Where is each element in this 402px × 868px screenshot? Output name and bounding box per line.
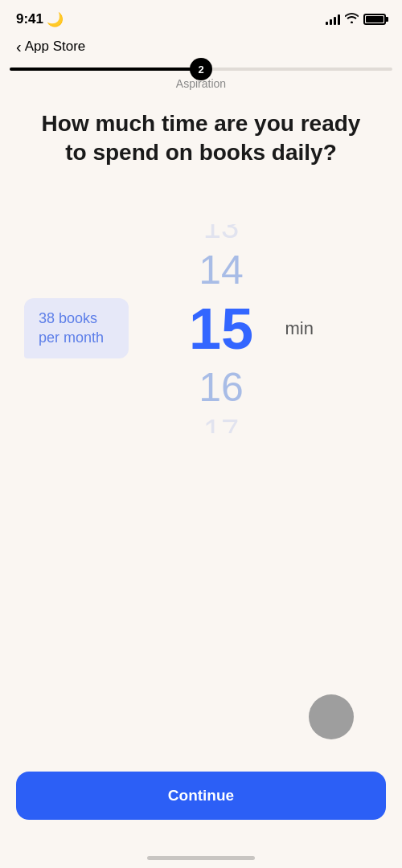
progress-step-dot: 2 xyxy=(190,58,212,80)
continue-button[interactable]: Continue xyxy=(16,772,386,820)
books-badge-text: 38 booksper month xyxy=(39,310,104,345)
picker-wrapper[interactable]: 13 14 15 16 17 min xyxy=(185,224,257,433)
status-icons xyxy=(326,13,386,26)
back-button[interactable]: ‹ App Store xyxy=(16,39,85,55)
number-picker[interactable]: 13 14 15 16 17 xyxy=(185,224,257,433)
progress-bar: 2 xyxy=(0,68,402,71)
progress-step-number: 2 xyxy=(198,63,203,76)
home-indicator xyxy=(147,856,255,860)
continue-label: Continue xyxy=(168,787,234,805)
wifi-icon xyxy=(345,13,359,26)
min-label: min xyxy=(285,318,314,339)
time-label: 9:41 xyxy=(16,11,43,27)
books-badge: 38 booksper month xyxy=(24,298,129,358)
status-bar: 9:41 🌙 xyxy=(0,0,402,35)
back-label: App Store xyxy=(25,39,86,55)
picker-number-15: 15 xyxy=(185,294,257,363)
back-chevron-icon: ‹ xyxy=(16,39,22,55)
signal-icon xyxy=(326,14,340,25)
picker-area[interactable]: 38 booksper month 13 14 15 16 17 min xyxy=(0,216,402,441)
gray-orb xyxy=(309,694,354,739)
picker-number-16: 16 xyxy=(185,363,257,411)
question-section: How much time are you ready to spend on … xyxy=(0,90,402,168)
progress-fill xyxy=(10,68,197,71)
question-title: How much time are you ready to spend on … xyxy=(32,109,370,168)
progress-track: 2 xyxy=(10,68,392,71)
picker-number-13: 13 xyxy=(185,224,257,246)
moon-icon: 🌙 xyxy=(47,11,64,28)
status-time: 9:41 🌙 xyxy=(16,11,64,28)
battery-icon xyxy=(363,14,386,25)
picker-number-14: 14 xyxy=(185,246,257,294)
picker-number-17: 17 xyxy=(185,411,257,433)
